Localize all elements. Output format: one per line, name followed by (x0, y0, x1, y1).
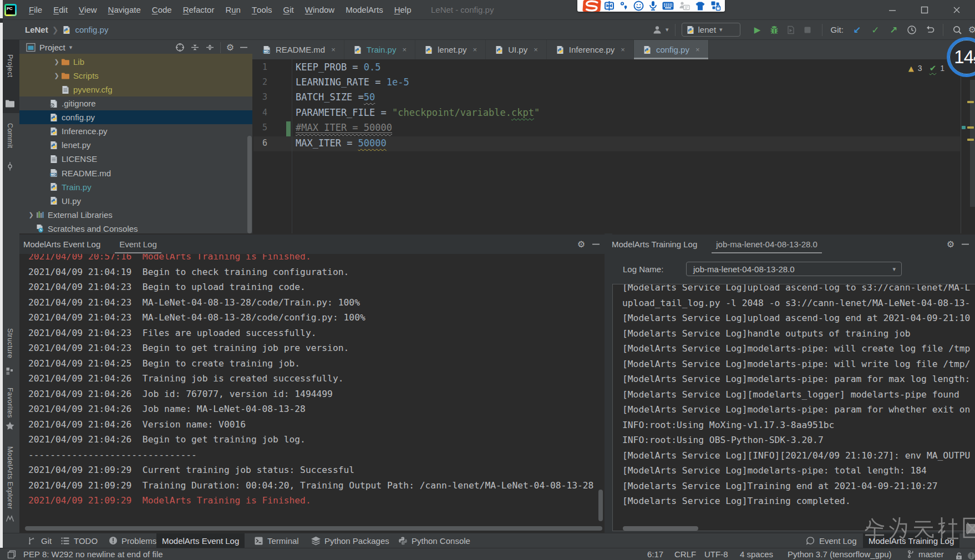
stripe-tab-project[interactable]: Project (0, 40, 19, 113)
menu-git[interactable]: Git (278, 0, 299, 19)
chevron-right-icon[interactable]: ❯ (27, 211, 35, 218)
menu-tools[interactable]: Tools (246, 0, 278, 19)
stripe-tab-modelarts-explorer[interactable]: ModelArts Explorer (0, 442, 19, 528)
change-stripe-mark[interactable] (962, 126, 966, 129)
git-commit-button[interactable]: ✓ (866, 23, 885, 37)
close-tab-icon[interactable]: × (473, 45, 478, 54)
toolwindow-button-terminal[interactable]: Terminal (248, 533, 304, 548)
punctuation-icon[interactable] (619, 1, 628, 11)
event-log-vscrollbar[interactable] (598, 490, 603, 521)
project-panel-title[interactable]: Project (39, 43, 65, 52)
status-crlf[interactable]: CRLF (674, 548, 696, 560)
sogou-logo-icon[interactable] (582, 0, 602, 13)
tree-item-inference-py[interactable]: Inference.py (19, 124, 252, 138)
tree-item-scripts[interactable]: ❯Scripts (19, 69, 252, 83)
gear-icon[interactable]: ⚙ (577, 239, 585, 250)
tree-item-lenet-py[interactable]: lenet.py (19, 138, 252, 152)
event-log-hscrollbar[interactable] (25, 526, 602, 531)
minimize-button[interactable] (884, 2, 901, 18)
menu-refactor[interactable]: Refactor (177, 0, 220, 19)
chevron-down-icon[interactable]: ▾ (69, 44, 73, 51)
git-push-button[interactable]: ↗ (885, 23, 903, 37)
tree-item-external-libraries[interactable]: ❯External Libraries (19, 208, 252, 222)
toolbox-icon[interactable] (710, 1, 721, 11)
toolwindow-button-problems[interactable]: Problems (103, 533, 162, 548)
close-tab-icon[interactable]: × (621, 45, 625, 54)
search-everywhere-button[interactable] (949, 23, 966, 37)
tree-item--gitignore[interactable]: .gitignore (19, 96, 252, 110)
tree-item-license[interactable]: LICENSE (19, 152, 252, 166)
tree-item-readme-md[interactable]: MDREADME.md (19, 166, 252, 180)
coverage-button[interactable] (783, 23, 799, 37)
toolwindow-button-python-console[interactable]: Python Console (393, 533, 476, 548)
editor-scrollbar[interactable] (970, 80, 975, 207)
warning-stripe-mark[interactable] (967, 101, 974, 103)
expand-all-icon[interactable] (190, 43, 200, 52)
status-utf-8[interactable]: UTF-8 (704, 548, 728, 560)
close-tab-icon[interactable]: × (534, 45, 538, 54)
stripe-tab-structure[interactable]: Structure (0, 324, 19, 380)
training-log-hscrollbar[interactable] (623, 526, 698, 531)
status-python-3-7-tensorflow-gpu-[interactable]: Python 3.7 (tensorflow_gpu) (788, 548, 892, 560)
status-6-17[interactable]: 6:17 (647, 548, 663, 560)
debug-button[interactable] (766, 23, 783, 37)
breadcrumb-file[interactable]: config.py (75, 25, 108, 34)
user-button[interactable] (649, 23, 666, 37)
notifications-icon[interactable] (967, 550, 975, 560)
run-button[interactable]: ▶ (749, 23, 766, 37)
hide-panel-icon[interactable] (240, 43, 248, 52)
log-name-combobox[interactable]: job-ma-lenet-04-08-13-28.0 ▾ (686, 262, 902, 276)
gear-icon[interactable]: ⚙ (226, 42, 234, 53)
toolwindow-button-event-log[interactable]: Event Log (800, 533, 862, 548)
close-button[interactable] (948, 2, 965, 18)
inspections-widget[interactable]: ▲ 3 ✔ 1 (908, 63, 944, 73)
close-tab-icon[interactable]: × (331, 45, 336, 54)
tree-item-scratches-and-consoles[interactable]: Scratches and Consoles (19, 222, 252, 233)
skin-icon[interactable] (695, 1, 705, 11)
stop-button[interactable] (799, 23, 816, 37)
code-editor[interactable]: 1KEEP_PROB = 0.52LEARNING_RATE = 1e-53BA… (252, 59, 975, 235)
run-configuration-select[interactable]: lenet▾ (682, 23, 740, 37)
tree-item-lib[interactable]: ❯Lib (19, 55, 252, 69)
emoji-icon[interactable] (633, 1, 644, 11)
gear-icon[interactable]: ⚙ (947, 239, 954, 250)
warning-stripe-mark[interactable] (967, 126, 974, 129)
locate-file-icon[interactable] (175, 43, 185, 52)
tree-item-ui-py[interactable]: UI.py (19, 194, 252, 208)
id-card-icon[interactable] (679, 1, 690, 11)
menu-run[interactable]: Run (220, 0, 246, 19)
tree-item-pyvenv-cfg[interactable]: pyvenv.cfg (19, 83, 252, 96)
stripe-tab-favorites[interactable]: Favorites (0, 383, 19, 435)
hide-panel-icon[interactable] (961, 240, 969, 248)
git-update-button[interactable]: ↙ (848, 23, 866, 37)
close-tab-icon[interactable]: × (402, 45, 407, 54)
tab-training-log-job[interactable]: job-ma-lenet-04-08-13-28.0 (712, 235, 822, 254)
chinese-mode-icon[interactable] (604, 1, 615, 11)
history-button[interactable] (903, 23, 921, 37)
editor-tab-readme-md[interactable]: MDREADME.md× (253, 40, 344, 59)
menu-modelarts[interactable]: ModelArts (340, 0, 389, 19)
menu-edit[interactable]: Edit (48, 0, 73, 19)
hide-panel-icon[interactable] (592, 240, 600, 248)
tool-window-switcher-icon[interactable] (7, 550, 16, 559)
toolwindow-button-git[interactable]: Git (22, 533, 57, 548)
menu-code[interactable]: Code (146, 0, 177, 19)
editor-tab-inference-py[interactable]: Inference.py× (547, 40, 634, 59)
status-master[interactable]: master (907, 548, 944, 560)
tab-event-log[interactable]: Event Log (115, 235, 161, 254)
menu-window[interactable]: Window (299, 0, 340, 19)
toolwindow-button-modelarts-event-log[interactable]: ModelArts Event Log (156, 533, 245, 548)
collapse-all-icon[interactable] (205, 43, 215, 52)
tree-item-train-py[interactable]: Train.py (19, 180, 252, 194)
settings-button[interactable]: ⚙ (966, 23, 975, 37)
training-log-console[interactable]: [Modelarts Service Log]upload ascend-log… (612, 284, 975, 531)
status-4-spaces[interactable]: 4 spaces (740, 548, 773, 560)
microphone-icon[interactable] (649, 1, 657, 11)
status-message[interactable]: PEP 8: W292 no newline at end of file (23, 548, 163, 560)
maximize-button[interactable] (916, 2, 933, 18)
menu-file[interactable]: File (23, 0, 48, 19)
editor-tab-ui-py[interactable]: UI.py× (486, 40, 547, 59)
close-tab-icon[interactable]: × (695, 45, 700, 54)
lock-icon[interactable] (954, 550, 963, 560)
warning-stripe-mark[interactable] (967, 139, 974, 141)
